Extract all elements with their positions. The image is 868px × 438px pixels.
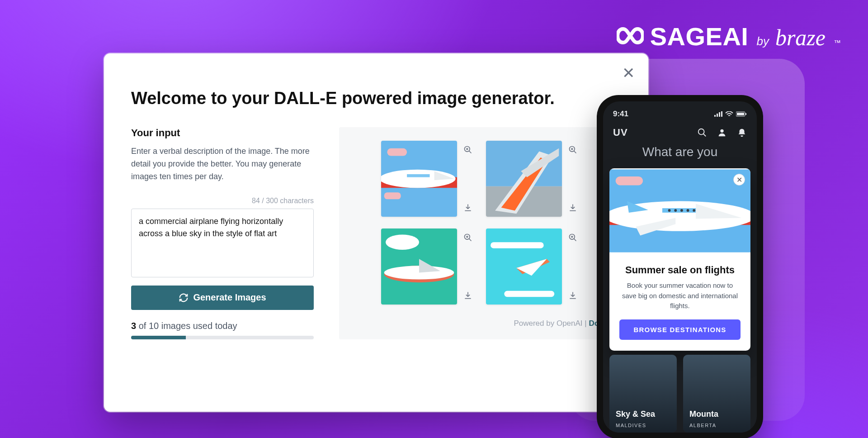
svg-rect-41 [570, 298, 576, 299]
app-bar: UV [603, 122, 757, 141]
download-icon[interactable] [462, 289, 474, 302]
result-image[interactable] [486, 229, 562, 305]
svg-point-60 [687, 209, 689, 212]
input-panel: Your input Enter a verbal description of… [131, 127, 314, 339]
destination-title: Mounta [689, 409, 718, 419]
svg-rect-11 [465, 210, 471, 211]
browse-destinations-button[interactable]: BROWSE DESTINATIONS [619, 319, 741, 340]
svg-point-58 [674, 209, 677, 212]
hero-text: What are you [603, 141, 757, 159]
zoom-icon[interactable] [462, 143, 474, 156]
generate-button-label: Generate Images [193, 292, 266, 303]
result-tile [381, 229, 474, 305]
results-gallery: Powered by OpenAI | Docs [339, 127, 621, 339]
phone-mockup: 9:41 UV What are you ✕ [597, 95, 763, 438]
brand-sage-text: SAGEAI [650, 22, 749, 51]
svg-rect-5 [407, 174, 429, 177]
svg-line-38 [574, 239, 576, 241]
app-logo: UV [613, 127, 628, 138]
usage-progress [131, 336, 314, 339]
svg-point-51 [720, 129, 723, 133]
result-image[interactable] [381, 229, 457, 305]
battery-icon [736, 111, 747, 117]
download-icon[interactable] [566, 289, 579, 302]
result-image[interactable] [381, 141, 457, 217]
result-tile [486, 141, 579, 217]
svg-rect-31 [465, 298, 471, 299]
iam-image [609, 168, 750, 253]
svg-rect-56 [662, 208, 698, 213]
search-icon[interactable] [697, 128, 707, 138]
usage-text: 3 of 10 images used today [131, 321, 314, 331]
svg-point-49 [698, 129, 704, 135]
svg-line-28 [469, 239, 472, 241]
svg-line-50 [703, 134, 706, 137]
svg-line-8 [469, 151, 472, 153]
svg-rect-33 [491, 242, 544, 248]
bell-icon[interactable] [737, 128, 747, 138]
svg-rect-2 [384, 192, 401, 199]
generate-button[interactable]: Generate Images [131, 286, 314, 310]
svg-rect-45 [721, 111, 722, 117]
destination-card[interactable]: Mounta ALBERTA [683, 355, 750, 433]
svg-rect-42 [714, 115, 716, 117]
input-heading: Your input [131, 127, 314, 139]
close-icon[interactable]: ✕ [622, 65, 635, 81]
svg-point-61 [693, 209, 695, 212]
destination-row: Sky & Sea MALDIVES Mounta ALBERTA [603, 355, 757, 433]
infinity-icon [617, 26, 644, 47]
status-time: 9:41 [613, 110, 628, 119]
result-tile [381, 141, 474, 217]
destination-sub: MALDIVES [616, 423, 646, 428]
iam-title: Summer sale on flights [619, 264, 741, 276]
powered-by: Powered by OpenAI | Docs [514, 319, 608, 328]
user-icon[interactable] [717, 128, 727, 138]
result-tile [486, 229, 579, 305]
destination-card[interactable]: Sky & Sea MALDIVES [609, 355, 677, 433]
svg-point-23 [386, 234, 419, 250]
zoom-icon[interactable] [566, 231, 579, 244]
svg-rect-21 [570, 210, 576, 211]
status-bar: 9:41 [603, 101, 757, 122]
close-icon[interactable]: ✕ [733, 174, 745, 186]
brand-tm: ™ [834, 39, 841, 47]
refresh-icon [179, 293, 189, 303]
svg-rect-34 [504, 291, 554, 297]
prompt-input[interactable] [131, 209, 314, 277]
svg-rect-48 [745, 113, 746, 115]
help-text: Enter a verbal description of the image.… [131, 145, 314, 183]
svg-point-59 [680, 209, 683, 212]
brand-lockup: SAGEAI by braze ™ [617, 22, 841, 51]
destination-sub: ALBERTA [689, 423, 717, 428]
signal-icon [714, 111, 722, 117]
result-image[interactable] [486, 141, 562, 217]
brand-braze-text: braze [775, 24, 826, 51]
svg-rect-43 [717, 114, 718, 117]
svg-rect-1 [387, 148, 407, 156]
svg-point-57 [668, 209, 671, 212]
modal-title: Welcome to your DALL-E powered image gen… [131, 89, 621, 108]
character-counter: 84 / 300 characters [131, 197, 314, 205]
status-icons [714, 111, 747, 117]
download-icon[interactable] [566, 201, 579, 214]
brand-by-text: by [756, 34, 769, 48]
svg-rect-53 [616, 176, 643, 186]
iam-subtitle: Book your summer vacation now to save bi… [619, 281, 741, 311]
destination-title: Sky & Sea [616, 409, 655, 419]
download-icon[interactable] [462, 201, 474, 214]
zoom-icon[interactable] [566, 143, 579, 156]
wifi-icon [725, 111, 733, 117]
zoom-icon[interactable] [462, 231, 474, 244]
image-generator-modal: ✕ Welcome to your DALL-E powered image g… [104, 53, 648, 412]
svg-rect-44 [719, 112, 720, 117]
svg-line-18 [574, 151, 576, 153]
inapp-message: ✕ Summer sale on flights Book your summe… [609, 168, 750, 351]
svg-rect-47 [737, 113, 744, 115]
